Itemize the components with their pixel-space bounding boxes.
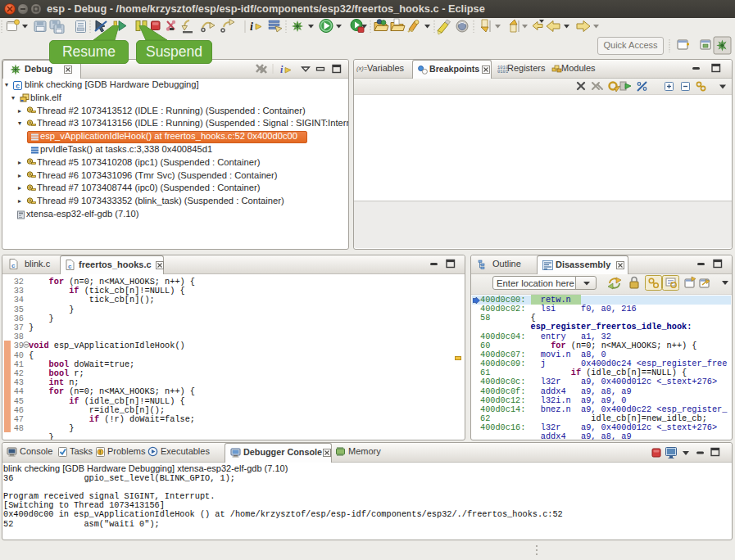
- svg-text:i: i: [250, 20, 253, 33]
- svg-text:!: !: [99, 449, 101, 455]
- svg-text:c: c: [16, 81, 20, 89]
- svg-text:c: c: [11, 262, 16, 269]
- svg-text:i: i: [280, 64, 284, 75]
- svg-text:c: c: [68, 263, 72, 270]
